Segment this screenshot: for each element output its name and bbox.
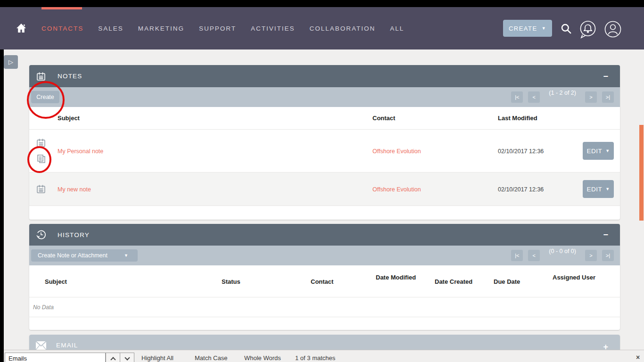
expand-arrow-icon: ▷	[8, 58, 13, 66]
history-col-date-modified: Date Modified	[376, 274, 416, 281]
nav-item-support[interactable]: SUPPORT	[199, 25, 236, 32]
email-panel: EMAIL +	[29, 335, 620, 350]
notes-panel-header[interactable]: NOTES −	[29, 65, 620, 87]
history-first-page-button[interactable]: |<	[511, 250, 523, 261]
email-expand-icon[interactable]: +	[603, 342, 608, 350]
notes-col-contact: Contact	[372, 115, 498, 122]
history-actions-bar: Create Note or Attachment ▼ |< < (0 - 0 …	[29, 246, 620, 265]
history-panel: HISTORY − Create Note or Attachment ▼ |<…	[29, 224, 620, 330]
history-table-header: Subject Status Contact Date Modified Dat…	[29, 265, 620, 297]
find-input[interactable]	[5, 353, 106, 362]
notes-prev-page-button[interactable]: <	[528, 91, 540, 103]
create-button-label: CREATE	[509, 25, 537, 32]
highlight-all-toggle[interactable]: Highlight All	[141, 354, 173, 362]
notes-panel-title: NOTES	[58, 73, 83, 80]
note-icon	[35, 137, 47, 148]
whole-words-toggle[interactable]: Whole Words	[244, 354, 281, 362]
email-panel-title: EMAIL	[56, 342, 78, 349]
sidebar-expand-toggle[interactable]: ▷	[4, 55, 18, 69]
email-envelope-icon	[35, 341, 47, 350]
chevron-down-icon: ▼	[605, 149, 610, 153]
chevron-up-icon	[110, 357, 116, 362]
notifications-bell-icon[interactable]	[578, 20, 597, 39]
create-button[interactable]: CREATE ▼	[503, 20, 552, 37]
table-row: My Personal note Offshore Evolution 02/1…	[29, 130, 620, 172]
find-next-button[interactable]	[120, 353, 134, 362]
email-panel-header[interactable]: EMAIL +	[29, 335, 620, 350]
match-case-toggle[interactable]: Match Case	[195, 354, 227, 362]
copy-note-icon[interactable]	[35, 153, 47, 165]
nav-item-marketing[interactable]: MARKETING	[138, 25, 184, 32]
note-subject-link[interactable]: My new note	[58, 186, 91, 193]
notes-table-header: Subject Contact Last Modified	[29, 107, 620, 130]
history-empty-row: No Data	[29, 297, 620, 317]
notes-panel: NOTES − Create |< < (1 - 2 of 2) > >| Su…	[29, 65, 620, 220]
note-last-modified: 02/10/2017 12:36	[498, 148, 544, 155]
notes-col-subject: Subject	[29, 115, 372, 122]
history-create-label: Create Note or Attachment	[38, 252, 107, 259]
left-black-strip	[0, 49, 4, 362]
history-col-subject: Subject	[45, 278, 67, 285]
search-icon[interactable]	[560, 23, 572, 35]
history-col-due-date: Due Date	[494, 278, 520, 285]
find-matches-count: 1 of 3 matches	[295, 354, 335, 362]
history-last-page-button[interactable]: >|	[602, 250, 614, 261]
nav-item-collaboration[interactable]: COLLABORATION	[310, 25, 376, 32]
home-icon[interactable]	[16, 23, 27, 34]
notes-collapse-icon[interactable]: −	[603, 71, 608, 81]
nav-menu: CONTACTS SALES MARKETING SUPPORT ACTIVIT…	[41, 7, 404, 49]
history-panel-title: HISTORY	[58, 231, 90, 239]
edit-button[interactable]: EDIT ▼	[583, 180, 614, 198]
nav-item-activities[interactable]: ACTIVITIES	[251, 25, 295, 32]
edit-button[interactable]: EDIT ▼	[583, 142, 614, 160]
chevron-down-icon	[124, 355, 130, 360]
notes-last-page-button[interactable]: >|	[602, 91, 614, 103]
notes-create-button[interactable]: Create	[31, 91, 59, 103]
note-icon	[35, 71, 47, 82]
nav-item-sales[interactable]: SALES	[98, 25, 124, 32]
chevron-down-icon: ▼	[124, 254, 128, 258]
notes-first-page-button[interactable]: |<	[511, 91, 523, 103]
notes-create-label: Create	[36, 94, 54, 100]
history-col-date-created: Date Created	[435, 278, 472, 285]
notes-actions-bar: Create |< < (1 - 2 of 2) > >|	[29, 87, 620, 107]
chevron-down-icon: ▼	[542, 26, 546, 31]
notes-pagination: |< < (1 - 2 of 2) > >|	[511, 91, 614, 103]
find-previous-button[interactable]	[106, 353, 120, 362]
nav-item-all[interactable]: ALL	[390, 25, 404, 32]
no-data-text: No Data	[33, 304, 54, 311]
find-close-icon[interactable]: ×	[636, 354, 640, 361]
edit-button-label: EDIT	[586, 148, 602, 155]
history-panel-header[interactable]: HISTORY −	[29, 224, 620, 246]
history-pagination-count: (0 - 0 of 0)	[549, 248, 576, 255]
user-profile-icon[interactable]	[603, 20, 622, 39]
browser-find-bar: Highlight All Match Case Whole Words 1 o…	[4, 350, 644, 362]
top-black-bar	[0, 0, 644, 7]
edit-button-label: EDIT	[586, 186, 602, 193]
chevron-down-icon: ▼	[605, 187, 610, 191]
scrollbar-thumb[interactable]	[639, 125, 644, 221]
notes-pagination-count: (1 - 2 of 2)	[549, 90, 576, 96]
history-col-assigned-user: Assigned User	[553, 274, 595, 281]
history-create-dropdown-button[interactable]: Create Note or Attachment ▼	[31, 249, 138, 262]
history-collapse-icon[interactable]: −	[603, 230, 608, 240]
note-contact-link[interactable]: Offshore Evolution	[372, 148, 421, 155]
notes-col-last-modified: Last Modified	[498, 115, 583, 122]
note-subject-link[interactable]: My Personal note	[58, 148, 103, 155]
note-icon	[35, 183, 47, 195]
notes-panel-footer	[29, 206, 620, 220]
note-last-modified: 02/10/2017 12:36	[498, 186, 544, 193]
notes-next-page-button[interactable]: >	[585, 91, 597, 103]
nav-item-contacts[interactable]: CONTACTS	[41, 25, 83, 32]
history-col-contact: Contact	[311, 278, 333, 285]
note-contact-link[interactable]: Offshore Evolution	[372, 186, 421, 193]
history-panel-footer	[29, 317, 620, 330]
history-prev-page-button[interactable]: <	[528, 250, 540, 261]
history-col-status: Status	[222, 278, 240, 285]
table-row: My new note Offshore Evolution 02/10/201…	[29, 172, 620, 206]
main-navbar: CONTACTS SALES MARKETING SUPPORT ACTIVIT…	[0, 7, 644, 49]
history-pagination: |< < (0 - 0 of 0) > >|	[511, 250, 614, 261]
history-clock-icon	[35, 229, 47, 240]
history-next-page-button[interactable]: >	[585, 250, 597, 261]
